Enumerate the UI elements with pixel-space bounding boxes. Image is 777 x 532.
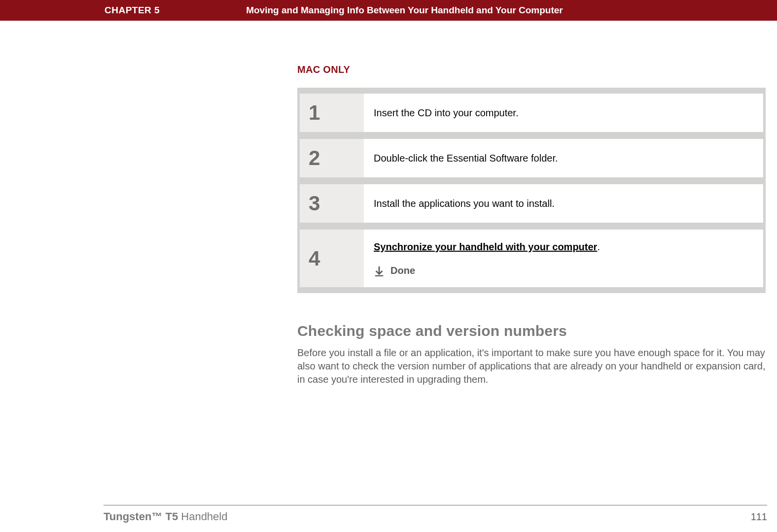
step-row: 4 Synchronize your handheld with your co… [300, 230, 763, 287]
chapter-header: CHAPTER 5 Moving and Managing Info Betwe… [0, 0, 777, 21]
product-name: Tungsten™ T5 Handheld [104, 510, 227, 523]
synchronize-link[interactable]: Synchronize your handheld with your comp… [374, 241, 597, 252]
step-number: 2 [309, 148, 320, 168]
product-name-rest: Handheld [178, 510, 227, 523]
step-text: Install the applications you want to ins… [374, 197, 753, 210]
step-body: Install the applications you want to ins… [364, 184, 763, 223]
step-row: 1 Insert the CD into your computer. [300, 94, 763, 132]
step-row: 2 Double-click the Essential Software fo… [300, 139, 763, 177]
step-number: 1 [309, 102, 320, 123]
step-text: Insert the CD into your computer. [374, 106, 753, 119]
step-number: 4 [309, 248, 320, 269]
steps-table: 1 Insert the CD into your computer. 2 Do… [297, 88, 766, 293]
page-number: 111 [751, 511, 767, 523]
step-number-cell: 2 [300, 139, 364, 177]
step-row: 3 Install the applications you want to i… [300, 184, 763, 223]
step-body: Double-click the Essential Software fold… [364, 139, 763, 177]
step-link-suffix: . [597, 241, 600, 252]
down-arrow-icon [374, 266, 385, 276]
chapter-label: CHAPTER 5 [105, 5, 160, 16]
platform-label: MAC ONLY [297, 64, 766, 75]
chapter-title: Moving and Managing Info Between Your Ha… [246, 5, 563, 16]
step-body: Synchronize your handheld with your comp… [364, 230, 763, 287]
section-heading: Checking space and version numbers [297, 323, 766, 339]
done-label: Done [390, 265, 415, 276]
step-number-cell: 1 [300, 94, 364, 132]
section-paragraph: Before you install a file or an applicat… [297, 346, 766, 386]
page-footer: Tungsten™ T5 Handheld 111 [104, 505, 767, 523]
step-text: Double-click the Essential Software fold… [374, 152, 753, 165]
step-number-cell: 4 [300, 230, 364, 287]
step-number: 3 [309, 193, 320, 214]
step-body: Insert the CD into your computer. [364, 94, 763, 132]
done-row: Done [374, 265, 753, 276]
product-name-bold: Tungsten™ T5 [104, 510, 178, 523]
step-number-cell: 3 [300, 184, 364, 223]
footer-rule [104, 505, 767, 505]
